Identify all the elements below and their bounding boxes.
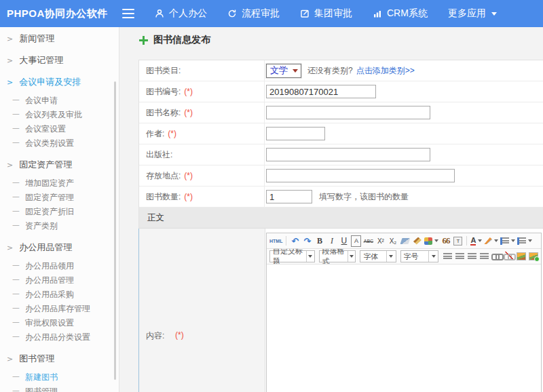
workflow-approve-icon [227,9,237,18]
dash-icon: 一 [12,208,20,216]
image-icon [517,252,526,260]
sidebar-group-fixed-assets[interactable]: >固定资产管理 [0,160,119,170]
sidebar-group-meeting[interactable]: >会议申请及安排 [0,77,119,87]
blockquote-button[interactable]: 66 [441,235,451,247]
font-family-select[interactable]: 字体 [360,250,396,262]
highlight-button[interactable] [484,235,498,247]
category-select[interactable]: 文学 [266,64,301,78]
sidebar-scrollbar[interactable] [114,81,116,380]
nav-workflow-approval[interactable]: 流程审批 [227,7,280,20]
content-row: 内容: (*) HTML ↶ ↷ B I U A ABC X² [138,229,543,392]
strikethrough-button[interactable]: ABC [363,235,373,247]
field-label: 内容: [146,330,164,342]
content-label-cell: 内容: (*) [139,229,265,392]
sidebar-item-meeting-room[interactable]: 一会议室设置 [0,125,119,134]
author-input[interactable] [266,127,325,140]
sidebar-item-add-asset[interactable]: 一增加固定资产 [0,179,119,188]
font-size-select[interactable]: 字号 [400,250,438,262]
align-center-button[interactable] [455,251,465,262]
paragraph-format-select[interactable]: 段落格式 [319,250,356,262]
sidebar-item-asset-manage[interactable]: 一固定资产管理 [0,193,119,202]
ordered-list-button[interactable] [500,235,515,247]
italic-button[interactable]: I [326,235,337,247]
align-justify-button[interactable] [479,251,489,262]
sidebar-group-events[interactable]: >大事记管理 [0,56,119,65]
unordered-list-button[interactable] [517,235,532,247]
nav-more-apps[interactable]: 更多应用 [448,7,497,20]
sidebar-item-asset-depreciation[interactable]: 一固定资产折旧 [0,208,119,216]
user-icon [155,9,164,18]
add-category-link[interactable]: 点击添加类别>> [356,65,415,77]
html-source-button[interactable]: HTML [269,235,282,247]
align-justify-icon [480,253,489,260]
book-name-input[interactable] [266,106,430,119]
sidebar-item-supplies-classify[interactable]: 一办公用品分类设置 [0,333,119,342]
form-row-name: 图书名称:(*) [139,102,543,123]
sidebar-item-asset-category[interactable]: 一资产类别 [0,222,119,231]
quantity-input[interactable] [266,190,312,203]
underline-button[interactable]: U [339,235,349,247]
sidebar-item-meeting-apply[interactable]: 一会议申请 [0,96,119,105]
body-section-header: 正文 [139,208,543,229]
paste-text-icon: T [453,237,462,246]
sidebar-item-book-manage[interactable]: 一图书管理 [0,387,119,392]
field-label: 图书编号: [146,86,181,98]
sidebar-item-supplies-manage[interactable]: 一办公用品管理 [0,276,119,285]
nav-crm-system[interactable]: CRM系统 [373,7,428,20]
dash-icon: 一 [12,96,20,104]
editor-content-area[interactable] [267,264,541,392]
book-code-input[interactable] [266,85,376,98]
align-left-button[interactable] [443,251,453,262]
chevron-right-icon: > [7,56,13,65]
sidebar-item-approve-permission[interactable]: 一审批权限设置 [0,319,119,328]
insert-link-button[interactable] [491,251,502,262]
superscript-button[interactable]: X² [375,235,386,247]
format-brush-button[interactable] [412,235,422,247]
align-right-button[interactable] [467,251,477,262]
sidebar-group-news[interactable]: >新闻管理 [0,34,119,43]
unlink-icon [504,254,514,259]
publisher-input[interactable] [266,148,430,161]
hamburger-menu-icon[interactable] [122,9,134,18]
no-category-note: 还没有类别? [307,65,353,77]
dash-icon: 一 [12,179,20,187]
dash-icon: 一 [12,305,20,313]
sidebar-item-supplies-purchase[interactable]: 一办公用品采购 [0,290,119,299]
dash-icon: 一 [12,222,20,230]
sidebar-item-supplies-claim[interactable]: 一办公用品领用 [0,262,119,271]
sidebar-item-meeting-list[interactable]: 一会议列表及审批 [0,111,119,119]
ordered-list-icon [500,237,509,245]
required-mark: (*) [175,330,184,340]
dash-icon: 一 [12,262,20,270]
sidebar-item-supplies-stock[interactable]: 一办公用品库存管理 [0,305,119,313]
dash-icon: 一 [12,193,20,201]
font-color-button[interactable]: A [470,235,482,247]
upload-image-button[interactable] [528,251,538,262]
subscript-button[interactable]: X₂ [388,235,398,247]
caret-down-icon [494,239,498,244]
insert-image-button[interactable] [516,251,526,262]
redo-button[interactable]: ↷ [302,235,312,247]
font-style-button[interactable]: A [351,235,361,247]
sidebar-group-office-supplies[interactable]: >办公用品管理 [0,243,119,252]
remove-link-button[interactable] [504,251,514,262]
paste-as-text-button[interactable]: T [453,235,463,247]
sidebar-group-books[interactable]: >图书管理 [0,354,119,364]
text-color-palette-button[interactable] [424,235,438,247]
eraser-button[interactable] [400,235,410,247]
sidebar-item-meeting-category[interactable]: 一会议类别设置 [0,139,119,148]
nav-group-approval[interactable]: 集团审批 [300,7,352,20]
sidebar-item-new-book[interactable]: 一新建图书 [0,373,119,382]
required-mark: (*) [184,171,193,180]
heading-select[interactable]: 自定义标题 [269,250,315,262]
caret-down-icon [528,239,532,244]
bar-chart-icon [373,9,382,18]
undo-button[interactable]: ↶ [290,235,300,247]
storage-location-input[interactable] [266,169,455,182]
nav-label: 集团审批 [314,7,352,20]
toolbar-divider [286,236,286,246]
bold-button[interactable]: B [314,235,324,247]
dash-icon: 一 [12,319,20,327]
nav-personal-office[interactable]: 个人办公 [155,7,207,20]
brush-icon [413,237,422,245]
